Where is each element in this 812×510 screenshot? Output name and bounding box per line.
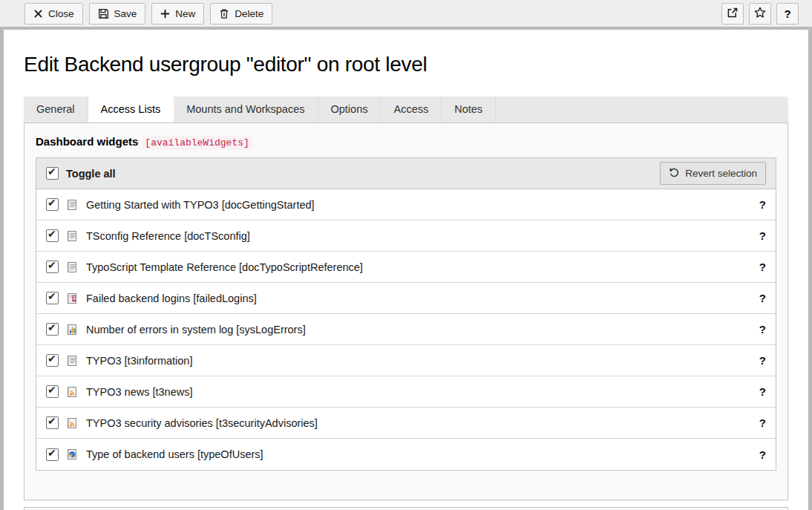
widget-rss-icon bbox=[66, 386, 78, 398]
widget-checkbox[interactable] bbox=[46, 229, 59, 242]
widget-row: Type of backend users [typeOfUsers] ? bbox=[36, 439, 776, 470]
tab-label: General bbox=[36, 103, 75, 115]
widget-rss-icon bbox=[66, 417, 78, 429]
widget-row: TypoScript Template Reference [docTypoSc… bbox=[36, 252, 776, 283]
widget-row: 3 Failed backend logins [failedLogins] ? bbox=[36, 283, 776, 314]
section-heading: Dashboard widgets[availableWidgets] bbox=[36, 135, 776, 148]
tab-access[interactable]: Access bbox=[381, 97, 442, 122]
widget-doc-icon bbox=[66, 355, 78, 367]
tab-label: Mounts and Workspaces bbox=[186, 103, 304, 115]
tab-label: Notes bbox=[454, 103, 482, 115]
toolbar-right-group: ? bbox=[721, 3, 799, 24]
widget-number-icon: 3 bbox=[66, 292, 78, 304]
top-toolbar: Close Save New Delete ? bbox=[0, 0, 812, 27]
star-icon bbox=[753, 6, 767, 22]
widget-row: TSconfig Reference [docTSconfig] ? bbox=[36, 220, 776, 252]
toggle-all-checkbox[interactable] bbox=[46, 167, 59, 180]
document-area: Edit Backend usergroup "editor" on root … bbox=[4, 30, 808, 510]
row-help-icon[interactable]: ? bbox=[759, 229, 766, 242]
save-icon bbox=[98, 8, 109, 19]
row-help-icon[interactable]: ? bbox=[759, 323, 766, 336]
access-lists-panel: Dashboard widgets[availableWidgets] Togg… bbox=[24, 122, 788, 500]
delete-icon bbox=[219, 8, 229, 19]
widget-label: Failed backend logins [failedLogins] bbox=[86, 292, 257, 304]
close-icon bbox=[33, 9, 43, 19]
tab-mounts-and-workspaces[interactable]: Mounts and Workspaces bbox=[174, 97, 318, 122]
section-code-chip: [availableWidgets] bbox=[142, 136, 252, 150]
widget-checkbox[interactable] bbox=[46, 261, 59, 273]
widget-label: Number of errors in system log [sysLogEr… bbox=[86, 324, 306, 336]
save-button[interactable]: Save bbox=[89, 3, 146, 24]
row-help-icon[interactable]: ? bbox=[759, 354, 766, 367]
widget-label: Type of backend users [typeOfUsers] bbox=[86, 448, 263, 460]
toggle-all-row: Toggle all Revert selection bbox=[36, 158, 776, 189]
widget-row: Number of errors in system log [sysLogEr… bbox=[36, 314, 776, 345]
row-help-icon[interactable]: ? bbox=[759, 385, 766, 398]
widget-label: TYPO3 security advisories [t3securityAdv… bbox=[86, 417, 318, 429]
tab-notes[interactable]: Notes bbox=[442, 97, 496, 122]
widget-checkbox[interactable] bbox=[46, 292, 59, 304]
widget-label: Getting Started with TYPO3 [docGettingSt… bbox=[86, 199, 315, 211]
widget-doc-icon bbox=[66, 261, 78, 273]
tab-access-lists[interactable]: Access Lists bbox=[88, 97, 174, 122]
next-section-panel-edge bbox=[24, 507, 788, 510]
widget-doc-icon bbox=[66, 230, 78, 242]
widget-label: TSconfig Reference [docTSconfig] bbox=[86, 230, 250, 242]
row-help-icon[interactable]: ? bbox=[759, 416, 766, 429]
widget-rows: Getting Started with TYPO3 [docGettingSt… bbox=[36, 189, 776, 470]
open-in-new-window-button[interactable] bbox=[721, 3, 744, 24]
new-icon bbox=[160, 9, 170, 19]
tab-label: Access Lists bbox=[101, 103, 161, 115]
tab-bar: General Access Lists Mounts and Workspac… bbox=[24, 97, 788, 122]
row-help-icon[interactable]: ? bbox=[759, 261, 766, 273]
close-button-label: Close bbox=[48, 8, 74, 19]
revert-selection-label: Revert selection bbox=[685, 168, 757, 179]
save-button-label: Save bbox=[114, 8, 137, 19]
help-button[interactable]: ? bbox=[776, 3, 799, 24]
widget-checkbox[interactable] bbox=[46, 385, 59, 398]
row-help-icon[interactable]: ? bbox=[759, 198, 766, 211]
widget-checkbox[interactable] bbox=[46, 323, 59, 336]
help-icon: ? bbox=[784, 7, 790, 20]
revert-selection-button[interactable]: Revert selection bbox=[660, 162, 766, 185]
widget-row: TYPO3 security advisories [t3securityAdv… bbox=[36, 408, 776, 439]
row-help-icon[interactable]: ? bbox=[759, 292, 766, 304]
widget-doc-icon bbox=[66, 199, 78, 211]
tab-options[interactable]: Options bbox=[318, 97, 382, 122]
widget-label: TYPO3 news [t3news] bbox=[86, 386, 192, 398]
widget-row: TYPO3 [t3information] ? bbox=[36, 345, 776, 376]
close-button[interactable]: Close bbox=[24, 3, 83, 24]
revert-icon bbox=[669, 167, 680, 180]
tab-label: Access bbox=[393, 103, 428, 115]
row-help-icon[interactable]: ? bbox=[759, 448, 766, 461]
svg-text:3: 3 bbox=[73, 295, 76, 301]
delete-button[interactable]: Delete bbox=[210, 3, 272, 24]
widget-row: Getting Started with TYPO3 [docGettingSt… bbox=[36, 189, 776, 220]
widget-pie-icon bbox=[66, 448, 78, 460]
toggle-all-label: Toggle all bbox=[66, 168, 116, 180]
tab-general[interactable]: General bbox=[24, 97, 88, 122]
dashboard-widgets-list: Toggle all Revert selection Getting Star… bbox=[36, 157, 776, 471]
new-button-label: New bbox=[175, 8, 195, 19]
widget-checkbox[interactable] bbox=[46, 416, 59, 429]
delete-button-label: Delete bbox=[235, 8, 263, 19]
widget-checkbox[interactable] bbox=[46, 354, 59, 367]
section-heading-label: Dashboard widgets bbox=[36, 135, 138, 148]
widget-checkbox[interactable] bbox=[46, 198, 59, 211]
widget-row: TYPO3 news [t3news] ? bbox=[36, 376, 776, 408]
widget-checkbox[interactable] bbox=[46, 448, 59, 461]
widget-label: TypoScript Template Reference [docTypoSc… bbox=[86, 261, 363, 273]
widget-label: TYPO3 [t3information] bbox=[86, 355, 192, 367]
open-in-new-window-icon bbox=[727, 7, 739, 21]
tab-label: Options bbox=[331, 103, 368, 115]
new-button[interactable]: New bbox=[151, 3, 204, 24]
bookmark-star-button[interactable] bbox=[749, 3, 771, 24]
widget-barchart-icon bbox=[66, 324, 78, 336]
page-title: Edit Backend usergroup "editor" on root … bbox=[24, 30, 788, 76]
